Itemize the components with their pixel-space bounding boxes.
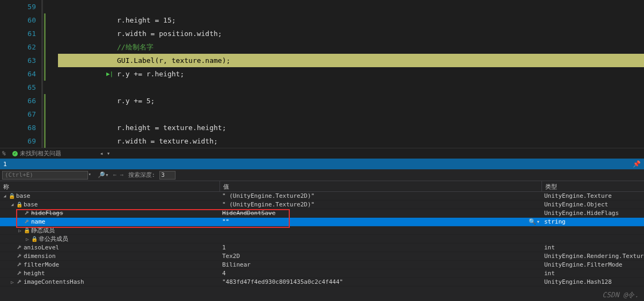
property-name: imageContentsHash [24,278,84,285]
change-indicator [43,0,47,148]
code-line: ▶|r.y += r.height; [47,67,644,81]
property-type: UnityEngine.HideFlags [542,210,644,217]
wrench-icon [16,254,23,259]
line-number[interactable]: 69 [0,134,36,148]
property-type: UnityEngine.FilterMode [542,261,644,268]
watermark: CSDN @令. [602,290,639,300]
property-name: height [24,270,45,277]
property-value[interactable]: 1 [220,244,542,251]
property-type: UnityEngine.Texture [542,192,644,199]
code-line: r.height = texture.height; [47,121,644,134]
watch-row[interactable]: height4int [0,269,644,278]
column-type[interactable]: 类型 [542,181,644,191]
property-name: name [31,218,46,225]
expander-icon[interactable]: ▷ [25,236,30,242]
property-value[interactable]: ""🔍▾ [220,218,542,225]
expander-icon[interactable]: ◢ [2,194,8,198]
visualizer-icon[interactable]: 🔍▾ [529,218,540,225]
watch-tree[interactable]: ◢🔒base" (UnityEngine.Texture2D)"UnityEng… [0,192,644,286]
property-name: base [24,201,38,208]
table-header: 称 值 类型 [0,181,644,192]
panel-header: 1 📌 [0,159,644,169]
watch-row[interactable]: ◢🔒base" (UnityEngine.Texture2D)"UnityEng… [0,200,644,209]
property-name: dimension [24,253,56,260]
property-value[interactable]: HideAndDontSave [220,210,542,217]
property-type: string [542,218,644,225]
watch-row[interactable]: dimensionTex2DUnityEngine.Rendering.Text… [0,252,644,261]
property-value[interactable]: Tex2D [220,253,542,260]
watch-row[interactable]: ▷🔒静态成员 [0,226,644,235]
expander-icon[interactable]: ▷ [17,228,23,233]
issues-indicator[interactable]: ✓ 未找到相关问题 [12,149,61,157]
status-percent: % [2,150,6,157]
property-name: filterMode [24,261,59,268]
line-number[interactable]: 66 [0,94,36,108]
pin-icon[interactable]: 📌 [633,160,641,168]
depth-label: 搜索深度: [128,171,156,179]
property-name: hideFlags [31,210,63,217]
property-type: int [542,244,644,251]
property-value[interactable]: " (UnityEngine.Texture2D)" [220,201,542,208]
lock-icon: 🔒 [31,236,38,242]
expander-icon[interactable]: ◢ [10,202,15,207]
line-number[interactable]: 67 [0,108,36,121]
watch-row[interactable]: ▷imageContentsHash"483fd47f4ed930c809143… [0,278,644,286]
code-editor[interactable]: r.height = 15; r.width = position.width;… [47,0,644,148]
lock-icon: 🔒 [16,202,23,207]
search-icon[interactable]: 🔎▾ [98,171,109,178]
watch-row[interactable]: filterModeBilinearUnityEngine.FilterMode [0,261,644,269]
code-line: r.width = texture.width; [47,134,644,148]
watch-row[interactable]: ▷🔒非公共成员 [0,235,644,243]
property-value[interactable]: 4 [220,270,542,277]
dropdown-icon[interactable]: ◂ ▾ [100,150,111,157]
property-type: UnityEngine.Hash128 [542,278,644,285]
panel-title: 1 [3,161,7,168]
code-line: //绘制名字 [47,40,644,54]
lock-icon: 🔒 [24,227,30,233]
property-type: UnityEngine.Rendering.TextureDime [542,253,644,260]
property-name: base [16,192,31,199]
watch-row[interactable]: anisoLevel1int [0,243,644,252]
wrench-icon [24,219,30,225]
wrench-icon [16,262,23,268]
property-name: 静态成员 [31,226,55,234]
watch-row[interactable]: ◢🔒base" (UnityEngine.Texture2D)"UnityEng… [0,192,644,200]
wrench-icon [16,280,23,285]
search-toolbar: 🔎▾ ← → 搜索深度: [0,169,644,181]
line-number[interactable]: 68 [0,121,36,134]
watch-row[interactable]: name""🔍▾string [0,218,644,226]
line-number[interactable]: 63 [0,54,36,67]
code-line: r.height = 15; [47,13,644,27]
wrench-icon [16,271,23,276]
wrench-icon [24,211,30,216]
gutter: 59 60 61 62 63 64 65 66 67 68 69 [0,0,43,148]
next-statement-icon[interactable]: ▶| [106,67,113,81]
property-type: int [542,270,644,277]
property-value[interactable]: "483fd47f4ed930c8091435a0c2c4f444" [220,278,542,285]
line-number[interactable]: 62 [0,40,36,54]
property-value[interactable]: " (UnityEngine.Texture2D)" [220,192,542,199]
search-input[interactable] [2,171,88,180]
property-name: 非公共成员 [39,235,68,243]
line-number[interactable]: 61 [0,27,36,40]
line-number[interactable]: 59 [0,0,36,13]
check-icon: ✓ [12,151,18,156]
property-value[interactable]: Bilinear [220,261,542,268]
column-value[interactable]: 值 [220,181,542,191]
property-type: UnityEngine.Object [542,201,644,208]
lock-icon: 🔒 [9,193,15,199]
line-number[interactable]: 60 [0,13,36,27]
column-name[interactable]: 称 [0,181,220,191]
status-bar: % ✓ 未找到相关问题 ◂ ▾ [0,148,644,159]
current-statement: GUI.Label(r, texture.name); [58,54,644,67]
wrench-icon [16,245,23,250]
line-number[interactable]: 64 [0,67,36,81]
line-number[interactable]: 65 [0,81,36,94]
property-name: anisoLevel [24,244,59,251]
watch-row[interactable]: hideFlagsHideAndDontSaveUnityEngine.Hide… [0,209,644,218]
code-line: r.width = position.width; [47,27,644,40]
depth-input[interactable] [159,171,175,180]
expander-icon[interactable]: ▷ [10,280,15,285]
code-line: r.y += 5; [47,94,644,108]
